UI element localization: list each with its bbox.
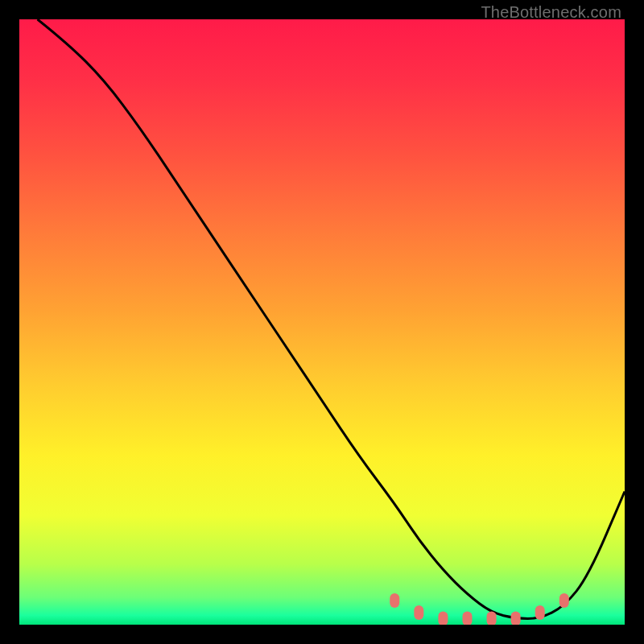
chart-svg [19, 19, 625, 625]
data-marker [535, 605, 545, 620]
data-marker [487, 611, 497, 625]
data-marker [438, 611, 448, 625]
watermark-text: TheBottleneck.com [481, 3, 621, 22]
data-marker [390, 593, 399, 608]
chart-background [19, 19, 625, 625]
data-marker [462, 611, 472, 625]
data-marker [511, 611, 521, 625]
data-marker [559, 593, 569, 608]
data-marker [414, 605, 423, 620]
